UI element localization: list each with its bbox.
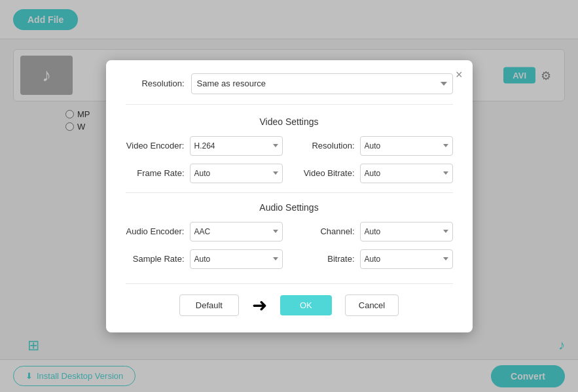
channel-select[interactable]: Auto bbox=[360, 222, 453, 241]
resolution-label: Resolution: bbox=[296, 141, 355, 151]
dialog-close-button[interactable]: × bbox=[456, 68, 463, 82]
audio-encoder-row: Audio Encoder: AAC bbox=[126, 222, 283, 241]
section-divider bbox=[126, 192, 453, 193]
bitrate-select[interactable]: Auto bbox=[360, 249, 453, 269]
video-bitrate-select[interactable]: Auto bbox=[360, 164, 453, 183]
video-settings-header: Video Settings bbox=[126, 116, 453, 127]
resolution-select[interactable]: Auto bbox=[360, 136, 453, 156]
top-resolution-row: Resolution: Same as resource bbox=[126, 73, 453, 105]
bitrate-row: Bitrate: Auto bbox=[296, 249, 453, 269]
audio-settings-grid: Audio Encoder: AAC Channel: Auto Sample … bbox=[126, 222, 453, 269]
video-bitrate-label: Video Bitrate: bbox=[296, 168, 355, 178]
arrow-indicator: ➜ bbox=[252, 294, 267, 316]
settings-dialog: × Resolution: Same as resource Video Set… bbox=[106, 60, 473, 332]
frame-rate-label: Frame Rate: bbox=[126, 168, 185, 178]
video-encoder-row: Video Encoder: H.264 bbox=[126, 136, 283, 156]
video-bitrate-row: Video Bitrate: Auto bbox=[296, 164, 453, 183]
sample-rate-label: Sample Rate: bbox=[126, 254, 185, 264]
audio-encoder-select[interactable]: AAC bbox=[190, 222, 283, 241]
sample-rate-row: Sample Rate: Auto bbox=[126, 249, 283, 269]
top-resolution-label: Resolution: bbox=[126, 79, 185, 88]
ok-button[interactable]: OK bbox=[280, 295, 332, 315]
channel-row: Channel: Auto bbox=[296, 222, 453, 241]
app-background: Add File ♪ AVI ⚙ MP W bbox=[0, 0, 578, 392]
frame-rate-row: Frame Rate: Auto bbox=[126, 164, 283, 183]
cancel-button[interactable]: Cancel bbox=[345, 294, 399, 316]
bitrate-label: Bitrate: bbox=[296, 254, 355, 264]
top-resolution-select[interactable]: Same as resource bbox=[191, 73, 453, 94]
video-encoder-label: Video Encoder: bbox=[126, 141, 185, 151]
sample-rate-select[interactable]: Auto bbox=[190, 249, 283, 269]
video-encoder-select[interactable]: H.264 bbox=[190, 136, 283, 156]
audio-settings-header: Audio Settings bbox=[126, 202, 453, 213]
video-settings-grid: Video Encoder: H.264 Resolution: Auto Fr… bbox=[126, 136, 453, 183]
channel-label: Channel: bbox=[296, 226, 355, 236]
resolution-row: Resolution: Auto bbox=[296, 136, 453, 156]
audio-encoder-label: Audio Encoder: bbox=[126, 226, 185, 236]
default-button[interactable]: Default bbox=[179, 294, 239, 316]
dialog-buttons: Default ➜ OK Cancel bbox=[126, 283, 453, 316]
frame-rate-select[interactable]: Auto bbox=[190, 164, 283, 183]
modal-overlay: × Resolution: Same as resource Video Set… bbox=[0, 0, 578, 392]
